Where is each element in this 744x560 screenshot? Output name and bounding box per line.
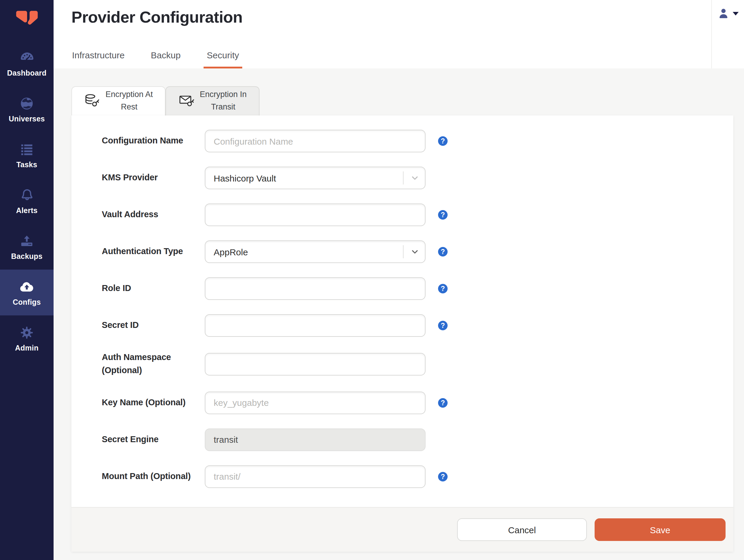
form-footer: Cancel Save [71,507,733,552]
header-tabs: InfrastructureBackupSecurity [72,50,239,68]
form-row-role-id: Role ID? [102,277,733,300]
sidebar-item-label: Alerts [16,207,37,215]
cloud-upload-icon [18,278,35,295]
key-name-optional-input[interactable] [205,391,425,414]
sidebar-item-universes[interactable]: Universes [0,86,53,132]
help-icon[interactable]: ? [438,472,448,481]
dashboard-gauge-icon [19,49,35,66]
field-label: Role ID [102,282,205,295]
encryption-at-rest-card: Configuration Name?KMS ProviderHashicorp… [71,115,733,552]
help-icon[interactable]: ? [438,398,448,407]
globe-icon [19,95,35,111]
help-icon[interactable]: ? [438,210,448,220]
tab-label-line1: Encryption In [200,89,247,101]
user-menu[interactable] [711,0,744,68]
form-row-key-name-optional: Key Name (Optional)? [102,391,733,414]
app-root: DashboardUniversesTasksAlertsBackupsConf… [0,0,744,560]
sidebar: DashboardUniversesTasksAlertsBackupsConf… [0,0,53,560]
sidebar-item-alerts[interactable]: Alerts [0,178,53,224]
sidebar-item-configs[interactable]: Configs [0,270,53,315]
field-label: Auth Namespace (Optional) [102,351,205,377]
field-control [205,203,425,226]
kms-config-form: Configuration Name?KMS ProviderHashicorp… [71,115,733,507]
tab-security[interactable]: Security [207,50,239,68]
form-row-auth-namespace-optional: Auth Namespace (Optional) [102,351,733,377]
tab-label-line2: Transit [200,101,247,114]
role-id-input[interactable] [205,277,425,300]
select-value: Hashicorp Vault [214,173,276,183]
field-label: Vault Address [102,208,205,221]
field-control [205,277,425,300]
help-icon[interactable]: ? [438,284,448,293]
task-list-icon [19,141,35,157]
select-value: AppRole [214,247,248,257]
authentication-type-select[interactable]: AppRole [205,240,425,263]
field-label: Secret Engine [102,433,205,446]
field-control [205,353,425,375]
help-icon[interactable]: ? [438,321,448,330]
form-row-secret-engine: Secret Engine [102,428,733,451]
upload-tray-icon [19,233,35,249]
tab-encryption-at-rest[interactable]: Encryption AtRest [71,86,165,115]
sidebar-item-admin[interactable]: Admin [0,315,53,361]
field-control [205,391,425,414]
form-row-configuration-name: Configuration Name? [102,130,733,152]
tab-label-line1: Encryption At [105,89,153,101]
select-divider [403,172,404,185]
help-icon[interactable]: ? [438,136,448,146]
secret-id-input[interactable] [205,314,425,337]
vault-address-input[interactable] [205,203,425,226]
field-control [205,314,425,337]
sidebar-item-label: Universes [9,115,45,123]
tab-backup[interactable]: Backup [151,50,181,68]
select-divider [403,245,404,258]
tab-label: Encryption AtRest [105,89,153,114]
sidebar-item-label: Dashboard [7,69,46,77]
field-control [205,465,425,488]
encryption-tabs: Encryption AtRestEncryption InTransit [71,86,260,115]
form-row-vault-address: Vault Address? [102,203,733,226]
form-row-authentication-type: Authentication TypeAppRole? [102,240,733,263]
content-area: Encryption AtRestEncryption InTransit Co… [53,68,744,560]
user-icon[interactable] [717,7,730,20]
mount-path-optional-input[interactable] [205,465,425,488]
sidebar-item-label: Configs [13,298,41,306]
chevron-down-icon [411,248,419,256]
tab-infrastructure[interactable]: Infrastructure [72,50,125,68]
chevron-down-icon[interactable] [733,12,739,15]
secret-engine-input [205,428,425,451]
tab-encryption-in-transit[interactable]: Encryption InTransit [165,86,260,115]
field-label: Mount Path (Optional) [102,470,205,483]
page-title: Provider Configuration [71,8,243,27]
field-label: Authentication Type [102,245,205,258]
envelope-key-icon [178,93,195,110]
sidebar-item-label: Admin [15,344,39,352]
sidebar-item-label: Backups [11,252,43,261]
database-key-icon [84,93,101,110]
help-icon[interactable]: ? [438,247,448,257]
bell-icon [19,187,35,203]
form-row-mount-path-optional: Mount Path (Optional)? [102,465,733,488]
chevron-down-icon [411,174,419,182]
field-label: KMS Provider [102,172,205,185]
field-label: Key Name (Optional) [102,396,205,409]
configuration-name-input[interactable] [205,130,425,152]
form-row-kms-provider: KMS ProviderHashicorp Vault [102,166,733,189]
field-label: Configuration Name [102,135,205,148]
sidebar-nav: DashboardUniversesTasksAlertsBackupsConf… [0,40,53,361]
auth-namespace-optional-input[interactable] [205,353,425,375]
field-control: AppRole [205,240,425,263]
cancel-button[interactable]: Cancel [457,518,587,541]
field-label: Secret ID [102,319,205,332]
sidebar-item-backups[interactable]: Backups [0,224,53,270]
yugabyte-logo-icon [13,6,40,34]
gear-icon [19,324,35,340]
top-header: Provider Configuration InfrastructureBac… [53,0,744,68]
sidebar-item-dashboard[interactable]: Dashboard [0,40,53,86]
save-button[interactable]: Save [595,518,726,541]
field-control: Hashicorp Vault [205,166,425,189]
field-control [205,428,425,451]
field-control [205,130,425,152]
kms-provider-select[interactable]: Hashicorp Vault [205,166,425,189]
sidebar-item-tasks[interactable]: Tasks [0,132,53,178]
